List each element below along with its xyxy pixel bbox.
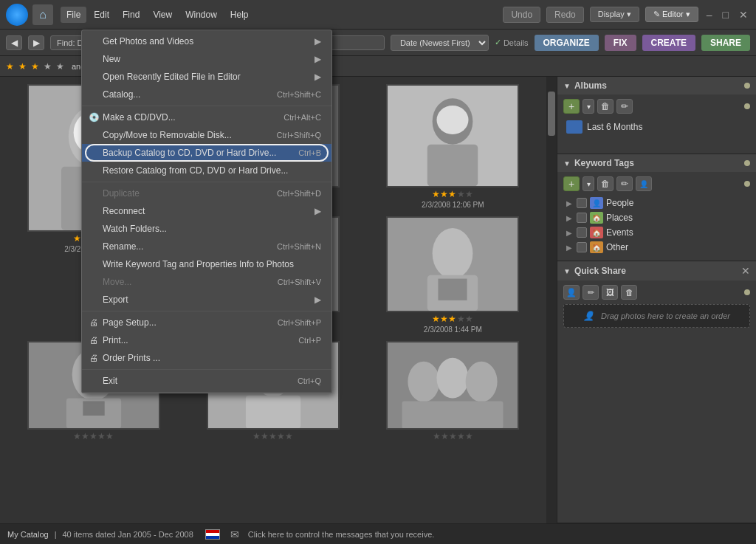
delete-keyword-button[interactable]: 🗑 — [597, 176, 614, 191]
places-checkbox[interactable] — [577, 213, 587, 223]
minimize-button[interactable]: – — [704, 9, 715, 21]
get-photos-arrow: ▶ — [315, 36, 321, 47]
menu-export[interactable]: Export ▶ — [82, 291, 331, 309]
statusbar: My Catalog | 40 items dated Jan 2005 - D… — [0, 523, 756, 544]
menu-restore[interactable]: Restore Catalog from CD, DVD or Hard Dri… — [82, 162, 331, 179]
status-separator: | — [55, 530, 57, 539]
redo-button[interactable]: Redo — [546, 7, 584, 23]
keyword-events[interactable]: ▶ 🏠 Events — [563, 225, 750, 240]
restore-label: Restore Catalog from CD, DVD or Hard Dri… — [103, 165, 288, 176]
menu-new[interactable]: New ▶ — [82, 50, 331, 68]
tab-create[interactable]: CREATE — [642, 35, 695, 51]
dropdown-album-button[interactable]: ▾ — [583, 99, 594, 114]
menu-file[interactable]: File — [61, 7, 86, 23]
forward-button[interactable]: ▶ — [28, 35, 44, 50]
menu-help[interactable]: Help — [224, 7, 255, 23]
quick-share-header[interactable]: ▼ Quick Share ✕ — [557, 261, 756, 280]
quick-share-section: ▼ Quick Share ✕ 👤 ✏ 🖼 🗑 👤 Drag photos he — [557, 261, 756, 523]
dropdown-keyword-button[interactable]: ▾ — [583, 176, 594, 191]
people-icon: 👤 — [590, 197, 603, 209]
menu-find[interactable]: Find — [117, 7, 145, 23]
svg-point-29 — [437, 358, 469, 399]
exit-label: Exit — [103, 376, 117, 386]
menu-bar: File Edit Find View Window Help — [61, 7, 503, 23]
menu-exit[interactable]: Exit Ctrl+Q — [82, 372, 331, 390]
get-photos-label: Get Photos and Videos — [103, 36, 193, 47]
people-checkbox[interactable] — [577, 198, 587, 208]
menu-rename[interactable]: Rename... Ctrl+Shift+N — [82, 238, 331, 255]
undo-button[interactable]: Undo — [503, 7, 540, 23]
menu-backup[interactable]: Backup Catalog to CD, DVD or Hard Drive.… — [82, 144, 331, 162]
events-checkbox[interactable] — [577, 227, 587, 238]
keyword-other[interactable]: ▶ 🏠 Other — [563, 240, 750, 255]
share-delete-button[interactable]: 🗑 — [621, 285, 637, 300]
quick-share-toolbar: 👤 ✏ 🖼 🗑 — [563, 285, 750, 300]
quick-share-close-button[interactable]: ✕ — [741, 265, 750, 277]
close-button[interactable]: ✕ — [737, 9, 750, 21]
menu-catalog[interactable]: Catalog... Ctrl+Shift+C — [82, 86, 331, 103]
backup-label: Backup Catalog to CD, DVD or Hard Drive.… — [103, 148, 276, 158]
edit-keyword-button[interactable]: ✏ — [616, 176, 633, 191]
new-arrow: ▶ — [315, 54, 321, 64]
menu-view[interactable]: View — [147, 7, 178, 23]
menu-open-recent[interactable]: Open Recently Edited File in Editor ▶ — [82, 68, 331, 86]
menu-reconnect[interactable]: Reconnect ▶ — [82, 202, 331, 220]
menu-page-setup[interactable]: 🖨 Page Setup... Ctrl+Shift+P — [82, 314, 331, 331]
scrollbar[interactable] — [546, 77, 557, 523]
make-cd-label: Make a CD/DVD... — [103, 112, 176, 123]
delete-album-button[interactable]: 🗑 — [597, 99, 614, 114]
keyword-tags-header[interactable]: ▼ Keyword Tags — [557, 154, 756, 172]
keyword-people[interactable]: ▶ 👤 People — [563, 196, 750, 210]
places-icon: 🏠 — [590, 212, 603, 224]
back-button[interactable]: ◀ — [6, 35, 22, 50]
catalog-shortcut: Ctrl+Shift+C — [277, 90, 321, 99]
display-button[interactable]: Display ▾ — [590, 7, 639, 22]
menu-order-prints[interactable]: 🖨 Order Prints ... — [82, 349, 331, 367]
tab-fix[interactable]: FIX — [605, 35, 636, 51]
move-shortcut: Ctrl+Shift+V — [278, 278, 321, 286]
person-keyword-button[interactable]: 👤 — [636, 176, 652, 191]
message-link[interactable]: Click here to control the messages that … — [248, 530, 435, 539]
keyword-places[interactable]: ▶ 🏠 Places — [563, 210, 750, 225]
duplicate-shortcut: Ctrl+Shift+D — [277, 189, 321, 198]
places-label: Places — [606, 213, 633, 223]
photo-date: 2/3/2008 12:06 PM — [422, 201, 484, 209]
menu-window[interactable]: Window — [179, 7, 223, 23]
albums-header[interactable]: ▼ Albums — [557, 77, 756, 94]
menu-write-keyword[interactable]: Write Keyword Tag and Properties Info to… — [82, 255, 331, 273]
editor-button[interactable]: ✎ Editor ▾ — [645, 7, 698, 22]
tab-share[interactable]: SHARE — [701, 35, 750, 51]
list-item[interactable]: ★★★★★ — [367, 341, 539, 443]
watch-folders-label: Watch Folders... — [103, 224, 167, 234]
share-image-button[interactable]: 🖼 — [602, 285, 618, 300]
menu-edit[interactable]: Edit — [88, 7, 115, 23]
home-button[interactable]: ⌂ — [32, 4, 53, 25]
menu-section-3: Duplicate Ctrl+Shift+D Reconnect ▶ Watch… — [82, 182, 331, 311]
date-sort-select[interactable]: Date (Newest First) — [391, 35, 489, 51]
move-label: Move... — [103, 277, 131, 287]
svg-rect-5 — [427, 145, 478, 187]
print-icon: 🖨 — [88, 334, 100, 346]
menu-print[interactable]: 🖨 Print... Ctrl+P — [82, 331, 331, 349]
tab-organize[interactable]: ORGANIZE — [535, 35, 599, 51]
restore-button[interactable]: □ — [721, 9, 731, 21]
edit-album-button[interactable]: ✏ — [616, 99, 633, 114]
details-button[interactable]: ✓ Details — [495, 38, 529, 47]
menu-copy-move[interactable]: Copy/Move to Removable Disk... Ctrl+Shif… — [82, 126, 331, 144]
add-keyword-button[interactable]: + — [563, 176, 580, 191]
menu-make-cd[interactable]: 💿 Make a CD/DVD... Ctrl+Alt+C — [82, 109, 331, 126]
other-checkbox[interactable] — [577, 242, 587, 252]
open-recent-label: Open Recently Edited File in Editor — [103, 72, 241, 82]
quick-share-drag-area[interactable]: 👤 Drag photos here to create an order — [563, 304, 750, 328]
albums-title: Albums — [574, 80, 607, 91]
quick-share-content: 👤 ✏ 🖼 🗑 👤 Drag photos here to create an … — [557, 280, 756, 340]
album-item-last6months[interactable]: Last 6 Months — [563, 118, 750, 136]
svg-rect-22 — [83, 402, 104, 416]
share-person-button[interactable]: 👤 — [563, 285, 580, 300]
share-edit-button[interactable]: ✏ — [583, 285, 599, 300]
list-item[interactable]: ★★★★★ 2/3/2008 1:44 PM — [367, 216, 539, 334]
menu-get-photos[interactable]: Get Photos and Videos ▶ — [82, 32, 331, 50]
list-item[interactable]: ★★★★★ 2/3/2008 12:06 PM — [367, 84, 539, 209]
add-album-button[interactable]: + — [563, 99, 580, 114]
menu-watch-folders[interactable]: Watch Folders... — [82, 220, 331, 238]
